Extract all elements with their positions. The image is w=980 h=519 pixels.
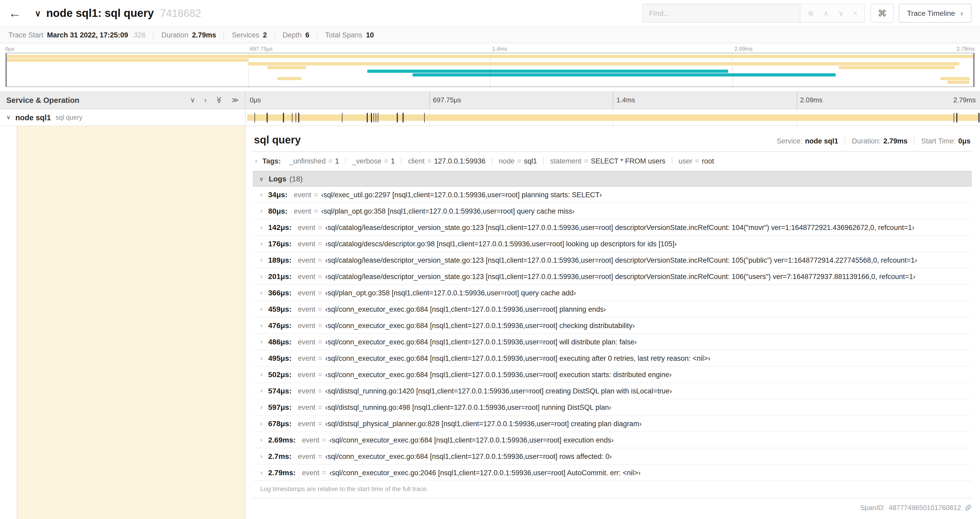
log-equals: =	[314, 207, 318, 215]
minimap-scrubber-right[interactable]	[973, 53, 974, 86]
log-value: ‹sql/distsql_running.go:1420 [nsql1,clie…	[325, 387, 672, 395]
log-key: event	[294, 207, 311, 215]
tag-divider	[401, 157, 402, 164]
timeline-column-label: 697.75μs	[429, 91, 461, 109]
span-row-name-cell[interactable]: ∨ node sql1 sql query	[0, 109, 245, 126]
tag-equals: =	[695, 157, 699, 165]
timeline-column-label: 0μs	[245, 91, 261, 109]
trace-view-selector[interactable]: Trace Timeline ∨	[899, 4, 972, 23]
log-key: event	[298, 354, 315, 362]
prev-match-icon[interactable]: ∧	[823, 10, 829, 17]
collapse-one-icon[interactable]: ∨	[190, 96, 195, 103]
tag-pair: statement=SELECT * FROM users	[550, 157, 665, 165]
log-equals: =	[318, 240, 322, 248]
log-row[interactable]: ›502μs:event=‹sql/conn_executor_exec.go:…	[253, 367, 972, 383]
log-value: ‹sql/conn_executor_exec.go:684 [nsql1,cl…	[329, 436, 614, 444]
log-row[interactable]: ›2.7ms:event=‹sql/conn_executor_exec.go:…	[253, 448, 972, 465]
log-row[interactable]: ›459μs:event=‹sql/conn_executor_exec.go:…	[253, 301, 972, 318]
zoom-to-match-icon[interactable]: ⊕	[808, 10, 814, 17]
minimap-span-bar	[6, 55, 974, 58]
log-row[interactable]: ›142μs:event=‹sql/catalog/lease/descript…	[253, 219, 972, 236]
log-key: event	[302, 469, 319, 476]
log-row[interactable]: ›80μs:event=‹sql/plan_opt.go:358 [nsql1,…	[253, 203, 972, 219]
log-row[interactable]: ›366μs:event=‹sql/plan_opt.go:358 [nsql1…	[253, 285, 972, 301]
minimap-canvas[interactable]	[5, 53, 975, 87]
log-row[interactable]: ›678μs:event=‹sql/distsql_physical_plann…	[253, 416, 972, 432]
trace-info-label: Depth	[283, 31, 302, 39]
span-meta-item: Duration:2.79ms	[845, 137, 908, 145]
keyboard-shortcuts-button[interactable]: ⌘	[871, 4, 894, 23]
next-match-icon[interactable]: ∨	[838, 10, 844, 17]
chevron-down-icon: ∨	[960, 10, 964, 16]
chevron-right-icon: ›	[260, 191, 262, 198]
log-row[interactable]: ›34μs:event=‹sql/exec_util.go:2297 [nsql…	[253, 187, 972, 203]
log-equals: =	[318, 272, 322, 280]
span-meta-item: Start Time:0μs	[914, 137, 970, 145]
span-meta-label: Start Time:	[921, 137, 956, 145]
logs-header[interactable]: ∨ Logs (18)	[253, 171, 972, 187]
log-key: event	[298, 420, 315, 428]
log-key: event	[298, 452, 315, 460]
log-key: event	[298, 387, 315, 395]
link-icon[interactable]	[965, 504, 972, 511]
chevron-down-icon[interactable]: ∨	[6, 114, 11, 121]
minimap-scrubber-left[interactable]	[6, 53, 7, 86]
tag-equals: =	[584, 157, 588, 165]
log-row[interactable]: ›476μs:event=‹sql/conn_executor_exec.go:…	[253, 318, 972, 334]
find-input[interactable]	[642, 4, 800, 23]
back-arrow-icon: ←	[8, 6, 21, 20]
log-value: ‹sql/conn_executor_exec.go:684 [nsql1,cl…	[325, 354, 711, 362]
expand-one-icon[interactable]: ›	[204, 96, 207, 103]
log-key: event	[298, 370, 315, 378]
log-equals: =	[318, 370, 322, 378]
log-timestamp: 2.7ms:	[268, 452, 292, 460]
span-id-value: 4877749850101760812	[889, 504, 961, 512]
log-row[interactable]: ›189μs:event=‹sql/catalog/lease/descript…	[253, 252, 972, 268]
chevron-right-icon: ›	[260, 273, 262, 280]
find-controls: ⊕ ∧ ∨ ×	[800, 4, 865, 23]
log-timestamp: 495μs:	[268, 354, 292, 363]
log-value: ‹sql/catalog/lease/descriptor_version_st…	[325, 272, 915, 280]
timeline-column-label: 2.09ms	[796, 91, 822, 109]
log-timestamp: 176μs:	[268, 240, 292, 248]
log-key: event	[298, 256, 315, 264]
log-key: event	[298, 240, 315, 248]
log-key: event	[298, 224, 315, 231]
log-equals: =	[318, 354, 322, 362]
tag-divider	[345, 157, 346, 164]
log-equals: =	[318, 305, 322, 313]
tags-row[interactable]: › Tags: _unfinished=1_verbose=1client=12…	[253, 152, 972, 171]
chevron-right-icon: ›	[260, 240, 262, 248]
log-row[interactable]: ›574μs:event=‹sql/distsql_running.go:142…	[253, 383, 972, 399]
log-row[interactable]: ›176μs:event=‹sql/catalog/descs/descript…	[253, 236, 972, 252]
log-row[interactable]: ›201μs:event=‹sql/catalog/lease/descript…	[253, 268, 972, 285]
find-group: ⊕ ∧ ∨ ×	[642, 4, 865, 23]
collapse-all-icon[interactable]: ≫	[215, 96, 222, 103]
log-row[interactable]: ›597μs:event=‹sql/distsql_running.go:498…	[253, 399, 972, 416]
log-row[interactable]: ›2.69ms:event=‹sql/conn_executor_exec.go…	[253, 432, 972, 448]
logs-count: (18)	[290, 174, 303, 183]
log-row[interactable]: ›2.79ms:event=‹sql/conn_executor_exec.go…	[253, 465, 972, 481]
tag-key: node	[499, 157, 514, 165]
trace-title-group[interactable]: ∨ node sql1: sql query 7418682	[35, 7, 201, 19]
log-key: event	[294, 191, 311, 199]
back-button[interactable]: ←	[8, 7, 21, 19]
tags-pairs: _unfinished=1_verbose=1client=127.0.0.1:…	[289, 157, 714, 165]
trace-minimap: 0μs697.75μs1.4ms2.09ms2.79ms	[0, 43, 980, 87]
span-log-tick	[299, 113, 299, 122]
minimap-gridline	[732, 53, 733, 86]
log-timestamp: 142μs:	[268, 223, 292, 232]
expand-all-icon[interactable]: ≫	[232, 96, 239, 103]
span-row[interactable]: ∨ node sql1 sql query	[0, 109, 980, 126]
logs-label: Logs	[269, 174, 286, 183]
log-value: ‹sql/catalog/lease/descriptor_version_st…	[325, 224, 915, 231]
log-timestamp: 502μs:	[268, 370, 292, 379]
trace-info-item: Total Spans10	[317, 31, 374, 39]
span-row-track[interactable]	[245, 109, 980, 126]
clear-search-icon[interactable]: ×	[853, 10, 857, 17]
log-row[interactable]: ›495μs:event=‹sql/conn_executor_exec.go:…	[253, 350, 972, 367]
log-row[interactable]: ›486μs:event=‹sql/conn_executor_exec.go:…	[253, 334, 972, 350]
minimap-axis-label: 0μs	[5, 45, 14, 52]
trace-info-value: 2	[263, 31, 267, 39]
log-equals: =	[318, 224, 322, 231]
